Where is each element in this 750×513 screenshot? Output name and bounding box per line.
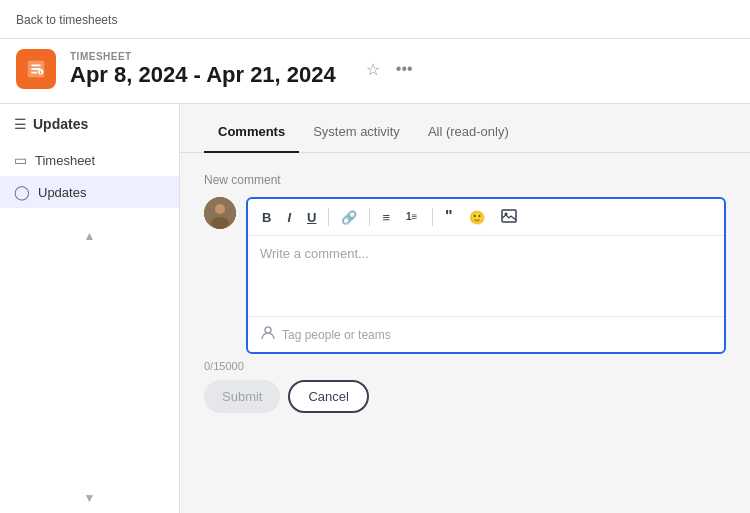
sidebar-nav: ▭ Timesheet ◯ Updates bbox=[0, 140, 179, 212]
star-button[interactable]: ☆ bbox=[362, 58, 384, 81]
scroll-up-arrow[interactable]: ▲ bbox=[84, 229, 96, 243]
editor-toolbar: B I U 🔗 ≡ 1≡ " � bbox=[248, 199, 724, 236]
toolbar-divider-1 bbox=[328, 208, 329, 226]
char-count: 0/15000 bbox=[204, 360, 726, 372]
action-buttons: Submit Cancel bbox=[204, 380, 726, 413]
bold-button[interactable]: B bbox=[256, 207, 277, 228]
svg-point-3 bbox=[215, 204, 225, 214]
header-actions: ☆ ••• bbox=[362, 58, 417, 81]
tab-comments[interactable]: Comments bbox=[204, 112, 299, 153]
italic-button[interactable]: I bbox=[281, 207, 297, 228]
sidebar-header-title: Updates bbox=[33, 116, 88, 132]
submit-button[interactable]: Submit bbox=[204, 380, 280, 413]
main-layout: ☰ Updates ▭ Timesheet ◯ Updates ▲ ▼ Comm… bbox=[0, 104, 750, 513]
toolbar-divider-2 bbox=[369, 208, 370, 226]
avatar-image bbox=[204, 197, 236, 229]
editor-footer: 0/15000 Submit Cancel bbox=[204, 354, 726, 413]
underline-button[interactable]: U bbox=[301, 207, 322, 228]
header: TIMESHEET Apr 8, 2024 - Apr 21, 2024 ☆ •… bbox=[0, 39, 750, 104]
comment-row: B I U 🔗 ≡ 1≡ " � bbox=[204, 197, 726, 354]
editor-tag-row[interactable]: Tag people or teams bbox=[248, 316, 724, 352]
tab-all[interactable]: All (read-only) bbox=[414, 112, 523, 153]
comment-section: New comment B I bbox=[180, 153, 750, 433]
sidebar-header: ☰ Updates bbox=[0, 104, 179, 140]
timesheet-svg-icon bbox=[25, 58, 47, 80]
svg-text:1≡: 1≡ bbox=[406, 211, 418, 222]
scroll-down-arrow[interactable]: ▼ bbox=[84, 491, 96, 505]
sidebar-item-timesheet-label: Timesheet bbox=[35, 153, 95, 168]
header-title: Apr 8, 2024 - Apr 21, 2024 bbox=[70, 62, 336, 88]
avatar bbox=[204, 197, 236, 229]
new-comment-label: New comment bbox=[204, 173, 726, 187]
ordered-list-button[interactable]: 1≡ bbox=[400, 205, 426, 229]
top-bar: Back to timesheets bbox=[0, 0, 750, 39]
tag-icon bbox=[260, 325, 276, 344]
bullet-list-button[interactable]: ≡ bbox=[376, 207, 396, 228]
timesheet-nav-icon: ▭ bbox=[14, 152, 27, 168]
tabs-bar: Comments System activity All (read-only) bbox=[180, 112, 750, 153]
more-options-button[interactable]: ••• bbox=[392, 58, 417, 80]
emoji-button[interactable]: 🙂 bbox=[463, 207, 491, 228]
toolbar-divider-3 bbox=[432, 208, 433, 226]
sidebar-item-updates[interactable]: ◯ Updates bbox=[0, 176, 179, 208]
quote-button[interactable]: " bbox=[439, 205, 459, 229]
media-button[interactable] bbox=[495, 205, 523, 229]
media-icon bbox=[501, 209, 517, 223]
tab-system-activity[interactable]: System activity bbox=[299, 112, 414, 153]
link-button[interactable]: 🔗 bbox=[335, 207, 363, 228]
avatar-svg bbox=[204, 197, 236, 229]
ordered-list-icon: 1≡ bbox=[406, 209, 420, 223]
svg-point-8 bbox=[265, 327, 271, 333]
timesheet-icon bbox=[16, 49, 56, 89]
updates-nav-icon: ◯ bbox=[14, 184, 30, 200]
sidebar-item-timesheet[interactable]: ▭ Timesheet bbox=[0, 144, 179, 176]
header-text: TIMESHEET Apr 8, 2024 - Apr 21, 2024 bbox=[70, 51, 336, 88]
tag-people-icon bbox=[260, 325, 276, 341]
content-area: Comments System activity All (read-only)… bbox=[180, 104, 750, 513]
svg-point-1 bbox=[38, 69, 44, 75]
cancel-button[interactable]: Cancel bbox=[288, 380, 368, 413]
sidebar-header-icon: ☰ bbox=[14, 116, 27, 132]
tag-placeholder: Tag people or teams bbox=[282, 328, 391, 342]
sidebar: ☰ Updates ▭ Timesheet ◯ Updates ▲ ▼ bbox=[0, 104, 180, 513]
editor-body[interactable]: Write a comment... bbox=[248, 236, 724, 316]
sidebar-item-updates-label: Updates bbox=[38, 185, 86, 200]
header-label: TIMESHEET bbox=[70, 51, 336, 62]
back-link[interactable]: Back to timesheets bbox=[16, 13, 117, 27]
comment-editor[interactable]: B I U 🔗 ≡ 1≡ " � bbox=[246, 197, 726, 354]
svg-point-4 bbox=[211, 217, 229, 229]
